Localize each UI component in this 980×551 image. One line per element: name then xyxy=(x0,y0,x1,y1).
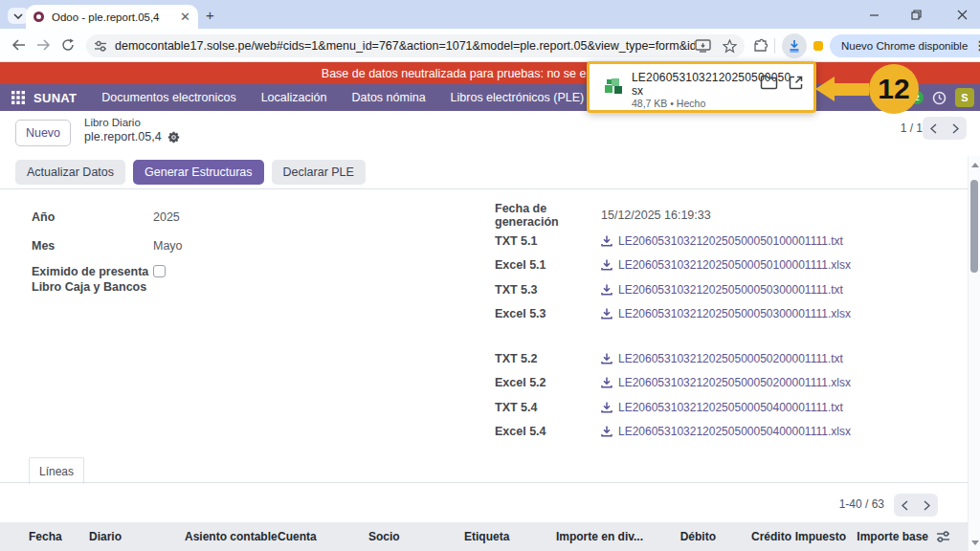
scrollbar-thumb[interactable] xyxy=(970,180,978,273)
chevron-right-icon xyxy=(952,123,959,134)
column-header-importe-en-div[interactable]: Importe en div... xyxy=(536,522,643,551)
chrome-update-button[interactable]: Nuevo Chrome disponible ⋮ xyxy=(830,34,980,57)
nav-item-libros-electr-nicos-ple[interactable]: Libros electrónicos (PLE) xyxy=(451,91,585,104)
forward-button[interactable] xyxy=(31,33,56,57)
gear-icon[interactable] xyxy=(167,131,180,143)
new-tab-button[interactable]: + xyxy=(206,7,214,23)
annotation-arrow-head-icon xyxy=(815,77,835,101)
chevron-down-icon xyxy=(13,13,23,19)
generation-date-label: Fecha de generación xyxy=(495,202,601,229)
chevron-left-icon xyxy=(902,500,908,511)
file-download-link[interactable]: LE2060531032120250500050100001111.xlsx xyxy=(601,258,851,272)
nav-item-localizaci-n[interactable]: Localización xyxy=(261,91,327,104)
actualizar-datos-button[interactable]: Actualizar Datos xyxy=(15,160,125,185)
back-button[interactable] xyxy=(6,33,31,57)
annotation-arrow xyxy=(835,83,869,96)
toolbar-divider xyxy=(774,38,775,54)
file-label: Excel 5.2 xyxy=(495,376,601,389)
file-name: LE2060531032120250500050400001111.txt xyxy=(618,401,843,414)
bookmark-star-icon[interactable] xyxy=(723,39,737,54)
column-header-socio[interactable]: Socio xyxy=(368,522,459,551)
file-name: LE2060531032120250500050200001111.xlsx xyxy=(618,376,851,389)
download-file-icon xyxy=(601,353,612,364)
excel-file-icon xyxy=(603,76,624,97)
file-name: LE2060531032120250500050100001111.txt xyxy=(618,234,843,248)
extension-dot-icon[interactable] xyxy=(813,41,823,51)
window-minimize-button[interactable] xyxy=(859,0,888,29)
chrome-update-label: Nuevo Chrome disponible xyxy=(841,40,968,52)
column-header-impuesto[interactable]: Impuesto xyxy=(777,522,846,551)
file-download-link[interactable]: LE2060531032120250500050200001111.txt xyxy=(601,352,843,365)
column-header-diario[interactable]: Diario xyxy=(89,522,180,551)
file-download-link[interactable]: LE2060531032120250500050300001111.txt xyxy=(601,283,843,297)
url-text[interactable]: democontable17.solse.pe/web#cids=1&menu_… xyxy=(115,39,695,53)
lines-pager-next-button[interactable] xyxy=(916,494,938,517)
column-header-d-bito[interactable]: Débito xyxy=(651,522,716,551)
generar-estructuras-button[interactable]: Generar Estructuras xyxy=(133,160,264,185)
download-file-icon xyxy=(601,426,612,437)
breadcrumb: ple.report.05,4 xyxy=(84,130,180,143)
month-value[interactable]: Mayo xyxy=(153,239,183,253)
file-label: TXT 5.3 xyxy=(495,283,601,297)
download-bubble[interactable]: LE2060531032120250500050 sx 48,7 KB • He… xyxy=(587,61,816,113)
extensions-icon[interactable] xyxy=(752,38,768,54)
user-avatar[interactable]: S xyxy=(955,88,974,107)
file-label: Excel 5.3 xyxy=(495,307,601,320)
show-in-folder-icon[interactable] xyxy=(760,75,778,90)
sheet-divider xyxy=(0,188,980,189)
tab-lineas[interactable]: Líneas xyxy=(29,457,84,484)
file-row-txt-5-3: TXT 5.3LE2060531032120250500050300001111… xyxy=(495,277,945,302)
browser-window: Odoo - ple.report.05,4 ✕ + democontable1… xyxy=(0,0,980,551)
breadcrumb-parent[interactable]: Libro Diario xyxy=(84,117,141,128)
file-row-excel-5-2: Excel 5.2LE20605310321202505000502000011… xyxy=(495,371,945,396)
pager-next-button[interactable] xyxy=(945,117,967,140)
file-label: Excel 5.4 xyxy=(495,425,601,438)
lines-pager-previous-button[interactable] xyxy=(894,494,916,517)
declarar-ple-button[interactable]: Declarar PLE xyxy=(272,160,366,185)
column-header-fecha[interactable]: Fecha xyxy=(29,522,86,551)
column-header-importe-base[interactable]: Importe base xyxy=(852,522,928,551)
column-header-cuenta[interactable]: Cuenta xyxy=(278,522,364,551)
column-header-etiqueta[interactable]: Etiqueta xyxy=(464,522,541,551)
file-name: LE2060531032120250500050200001111.txt xyxy=(618,352,843,365)
file-links-group-1: TXT 5.1LE2060531032120250500050100001111… xyxy=(495,229,945,326)
scroll-down-arrow-icon[interactable] xyxy=(971,540,979,545)
new-record-button[interactable]: Nuevo xyxy=(15,120,71,146)
reload-icon xyxy=(61,38,75,52)
optional-columns-icon[interactable] xyxy=(936,530,950,543)
reload-button[interactable] xyxy=(56,33,80,57)
column-header-asiento-contable[interactable]: Asiento contable xyxy=(185,522,276,551)
year-value[interactable]: 2025 xyxy=(153,210,180,224)
file-label: TXT 5.2 xyxy=(495,352,601,365)
nav-item-documentos-electronicos[interactable]: Documentos electronicos xyxy=(101,91,235,104)
browser-titlebar: Odoo - ple.report.05,4 ✕ + xyxy=(0,0,980,29)
pager-previous-button[interactable] xyxy=(923,117,945,140)
nav-item-datos-n-mina[interactable]: Datos nómina xyxy=(351,91,425,104)
forward-icon xyxy=(36,39,51,51)
url-bar[interactable]: democontable17.solse.pe/web#cids=1&menu_… xyxy=(86,34,745,57)
file-download-link[interactable]: LE2060531032120250500050400001111.xlsx xyxy=(601,425,851,438)
file-download-link[interactable]: LE2060531032120250500050100001111.txt xyxy=(601,234,843,248)
send-to-device-icon[interactable] xyxy=(695,39,711,53)
download-icon xyxy=(788,39,801,53)
file-download-link[interactable]: LE2060531032120250500050300001111.xlsx xyxy=(601,307,851,320)
toolbar-right-cluster: Nuevo Chrome disponible ⋮ ⋮ xyxy=(752,29,980,62)
window-close-button[interactable] xyxy=(947,0,976,29)
vertical-scrollbar[interactable] xyxy=(968,156,980,551)
scroll-up-arrow-icon[interactable] xyxy=(971,163,979,167)
tab-close-icon[interactable]: ✕ xyxy=(180,10,190,24)
month-label: Mes xyxy=(32,239,153,253)
apps-grid-icon[interactable] xyxy=(11,91,25,104)
downloads-button[interactable] xyxy=(782,33,807,58)
file-download-link[interactable]: LE2060531032120250500050200001111.xlsx xyxy=(601,376,851,389)
browser-tab[interactable]: Odoo - ple.report.05,4 ✕ xyxy=(26,5,198,29)
exempt-checkbox[interactable] xyxy=(153,265,166,277)
open-file-icon[interactable] xyxy=(788,75,804,91)
file-row-excel-5-4: Excel 5.4LE20605310321202505000504000011… xyxy=(495,420,945,445)
window-restore-button[interactable] xyxy=(902,0,930,29)
lines-pager-label: 1-40 / 63 xyxy=(839,497,884,511)
download-file-icon xyxy=(601,259,612,271)
activities-clock-icon[interactable] xyxy=(932,91,947,105)
file-download-link[interactable]: LE2060531032120250500050400001111.txt xyxy=(601,401,843,414)
app-brand[interactable]: SUNAT xyxy=(33,91,77,105)
